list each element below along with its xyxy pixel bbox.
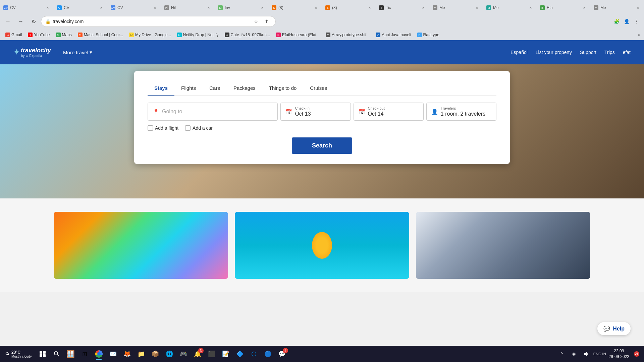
refresh-button[interactable]: ↻ bbox=[28, 16, 39, 27]
tab-close-2[interactable]: × bbox=[99, 5, 104, 10]
nav-support[interactable]: Support bbox=[580, 50, 596, 55]
tab-7[interactable]: S (8) × bbox=[322, 2, 376, 13]
taskbar-word[interactable]: 📝 bbox=[219, 347, 232, 361]
tab-2[interactable]: C CV × bbox=[54, 2, 107, 13]
tab-close-6[interactable]: × bbox=[313, 5, 319, 10]
tab-6[interactable]: S (8) × bbox=[268, 2, 322, 13]
profile-button[interactable]: 👤 bbox=[622, 17, 631, 26]
search-extras: Add a flight Add a car bbox=[148, 125, 496, 131]
add-flight-checkbox[interactable]: Add a flight bbox=[148, 125, 178, 131]
taskbar-app-extra1[interactable]: 🎮 bbox=[177, 347, 190, 361]
tray-volume-icon[interactable] bbox=[581, 349, 591, 359]
tab-5[interactable]: M Inv × bbox=[215, 2, 268, 13]
nav-trips[interactable]: Trips bbox=[604, 50, 615, 55]
url-text[interactable]: travelocity.com bbox=[53, 19, 249, 24]
menu-button[interactable]: ⋮ bbox=[632, 17, 641, 26]
tab-3[interactable]: CV CV × bbox=[107, 2, 161, 13]
taskbar-widget[interactable]: ⊞ bbox=[78, 347, 92, 361]
bookmark-netlify[interactable]: N Netlify Drop | Netlify bbox=[174, 31, 221, 39]
tab-things-to-do[interactable]: Things to do bbox=[262, 81, 304, 96]
destination-field[interactable]: 📍 Going to bbox=[148, 103, 278, 121]
taskbar-app-notification[interactable]: 🔔 3 bbox=[191, 347, 204, 361]
card-pool[interactable] bbox=[235, 212, 409, 279]
bookmark-drive[interactable]: D My Drive - Google... bbox=[126, 31, 174, 39]
taskbar-files[interactable]: 📁 bbox=[135, 347, 148, 361]
nav-espanol[interactable]: Español bbox=[511, 50, 528, 55]
tray-show-hidden[interactable]: ^ bbox=[557, 349, 567, 359]
tab-flights[interactable]: Flights bbox=[174, 81, 203, 96]
bookmark-gmail[interactable]: G Gmail bbox=[3, 31, 24, 39]
tab-close-7[interactable]: × bbox=[367, 5, 372, 10]
tab-cars[interactable]: Cars bbox=[203, 81, 227, 96]
card-colorful[interactable] bbox=[54, 212, 228, 279]
bookmark-github[interactable]: G Cute_fw18_0976/un... bbox=[222, 31, 273, 39]
notification-center-button[interactable]: 21 bbox=[632, 349, 641, 359]
bookmark-masai[interactable]: M Masai School | Cour... bbox=[75, 31, 126, 39]
tab-12[interactable]: M Me × bbox=[590, 2, 644, 13]
bookmark-efat[interactable]: E EfatHusneara (Efat... bbox=[273, 31, 322, 39]
content-section bbox=[0, 198, 644, 292]
tab-10[interactable]: M Me × bbox=[483, 2, 537, 13]
tab-packages[interactable]: Packages bbox=[227, 81, 262, 96]
start-button[interactable] bbox=[36, 347, 49, 361]
card-outdoor[interactable] bbox=[416, 212, 590, 279]
tab-close-11[interactable]: × bbox=[582, 5, 587, 10]
bookmark-maps[interactable]: M Maps bbox=[53, 31, 74, 39]
bookmark-apni[interactable]: A Apni Java haveli bbox=[373, 31, 414, 39]
tab-close-9[interactable]: × bbox=[474, 5, 480, 10]
add-flight-checkbox-box[interactable] bbox=[148, 125, 153, 131]
tab-1[interactable]: CV CV × bbox=[0, 2, 54, 13]
nav-user[interactable]: efat bbox=[623, 50, 631, 55]
taskbar-firefox[interactable]: 🦊 bbox=[120, 347, 134, 361]
tab-stays[interactable]: Stays bbox=[148, 81, 174, 96]
share-button[interactable]: ⬆ bbox=[262, 17, 271, 26]
tab-cruises[interactable]: Cruises bbox=[303, 81, 334, 96]
back-button[interactable]: ← bbox=[3, 16, 13, 27]
tab-close-1[interactable]: × bbox=[45, 5, 50, 10]
tab-close-12[interactable]: × bbox=[635, 5, 641, 10]
taskbar-terminal[interactable]: ⬛ bbox=[205, 347, 218, 361]
taskbar-app-blue[interactable]: 🔵 bbox=[261, 347, 275, 361]
tab-close-3[interactable]: × bbox=[152, 5, 158, 10]
tab-9[interactable]: M Me × bbox=[429, 2, 483, 13]
taskbar-whatsapp[interactable]: 💬 1 bbox=[275, 347, 289, 361]
tab-4[interactable]: Hi Hil × bbox=[161, 2, 215, 13]
more-bookmarks-button[interactable]: » bbox=[636, 31, 641, 39]
checkin-field[interactable]: 📅 Check-in Oct 13 bbox=[280, 103, 351, 121]
tab-11[interactable]: E Efa × bbox=[537, 2, 590, 13]
taskbar-search-button[interactable] bbox=[51, 348, 63, 360]
tab-close-10[interactable]: × bbox=[528, 5, 533, 10]
taskbar-mail[interactable]: ✉️ bbox=[106, 347, 120, 361]
tab-8[interactable]: T Tic × bbox=[376, 2, 429, 13]
tab-close-8[interactable]: × bbox=[421, 5, 426, 10]
taskbar-app-code[interactable]: 🔷 bbox=[233, 347, 247, 361]
address-bar[interactable]: 🔒 travelocity.com ☆ ⬆ bbox=[41, 16, 276, 27]
site-navigation: ✦ travelocity by ⊕ Expedia More travel ▾… bbox=[0, 40, 644, 64]
more-travel-button[interactable]: More travel ▾ bbox=[63, 49, 92, 55]
system-clock[interactable]: 22:09 29-09-2022 bbox=[609, 348, 629, 360]
forward-button[interactable]: → bbox=[15, 16, 26, 27]
taskbar-chrome[interactable] bbox=[92, 347, 106, 361]
extensions-button[interactable]: 🧩 bbox=[612, 17, 621, 26]
nav-list-property[interactable]: List your property bbox=[536, 50, 572, 55]
bookmark-star-button[interactable]: ☆ bbox=[251, 17, 261, 26]
bookmark-array[interactable]: M Array.prototype.shif... bbox=[323, 31, 372, 39]
date-display: 29-09-2022 bbox=[609, 354, 629, 360]
tab-close-5[interactable]: × bbox=[260, 5, 265, 10]
taskbar-app-1[interactable]: 🪟 bbox=[64, 347, 77, 361]
bookmark-youtube[interactable]: Y YouTube bbox=[25, 31, 52, 39]
weather-widget[interactable]: 🌤 23°C Mostly cloudy bbox=[3, 349, 35, 360]
bookmark-ratatype[interactable]: R Ratatype bbox=[415, 31, 442, 39]
taskbar-amazon[interactable]: 📦 bbox=[149, 347, 162, 361]
help-button[interactable]: 💬 Help bbox=[597, 322, 631, 335]
language-indicator[interactable]: ENG IN bbox=[593, 352, 606, 356]
add-car-checkbox[interactable]: Add a car bbox=[185, 125, 213, 131]
tab-close-4[interactable]: × bbox=[206, 5, 211, 10]
travelers-field[interactable]: 👤 Travelers 1 room, 2 travelers bbox=[426, 103, 496, 121]
tray-network-icon[interactable] bbox=[569, 349, 579, 359]
taskbar-edge[interactable]: 🌐 bbox=[163, 347, 176, 361]
add-car-checkbox-box[interactable] bbox=[185, 125, 191, 131]
taskbar-vscode[interactable]: ⬡ bbox=[247, 347, 261, 361]
checkout-field[interactable]: 📅 Check-out Oct 14 bbox=[354, 103, 424, 121]
search-button[interactable]: Search bbox=[292, 137, 352, 154]
